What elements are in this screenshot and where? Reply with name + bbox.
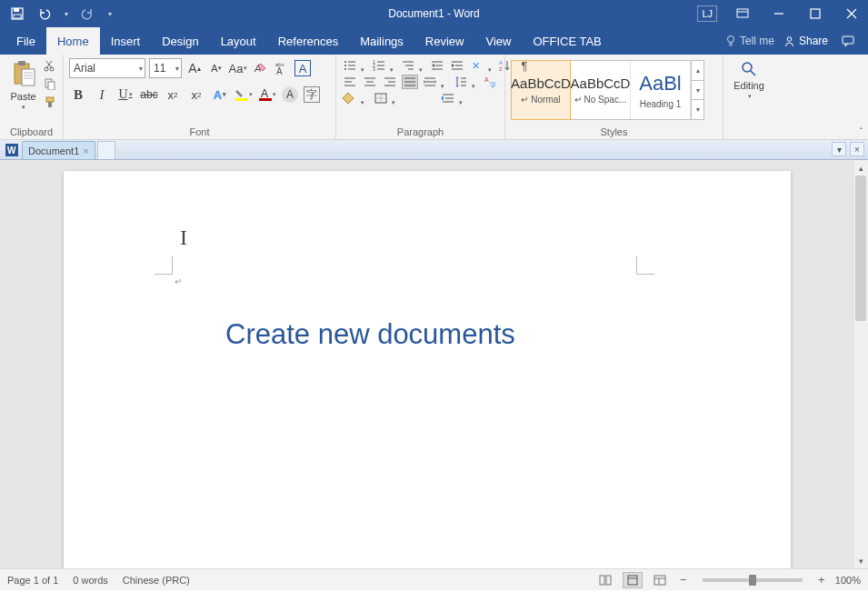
tab-mailings[interactable]: Mailings [349,27,414,55]
vertical-scrollbar[interactable]: ▴ ▾ [853,160,868,568]
svg-text:A: A [276,66,283,75]
shading-icon[interactable] [342,91,358,105]
multilevel-list-icon[interactable] [400,58,416,73]
share-button[interactable]: Share [783,35,828,47]
style-no-spacing[interactable]: AaBbCcD ↵ No Spac... [571,61,631,119]
redo-icon[interactable] [78,0,98,27]
paste-button[interactable]: Paste ▾ [5,58,41,113]
snap-to-grid-icon[interactable] [440,91,456,105]
align-left-icon[interactable] [342,75,358,89]
shrink-font-icon[interactable]: A▾ [207,59,225,77]
show-hide-marks-icon[interactable]: ¶ [516,58,533,73]
group-editing: Editing ▾ [723,55,774,140]
justify-icon[interactable] [402,75,418,89]
zoom-handle[interactable] [749,575,756,586]
clear-formatting-icon[interactable]: A [251,59,269,77]
undo-icon[interactable] [35,0,55,27]
tab-insert[interactable]: Insert [100,27,152,55]
font-size-combo[interactable]: 11▾ [149,58,182,78]
zoom-in-button[interactable]: + [815,573,828,587]
bold-button[interactable]: B [69,85,87,104]
sort-icon[interactable]: AZ [496,58,513,73]
document-canvas[interactable]: I ↵ Create new documents [0,160,853,568]
line-spacing-icon[interactable] [453,75,469,89]
cut-icon[interactable] [43,58,57,73]
scroll-up-icon[interactable]: ▴ [853,160,868,176]
style-heading-1[interactable]: AaBl Heading 1 [631,61,691,119]
style-scroll-down-icon[interactable]: ▾ [692,81,703,101]
text-effects-icon[interactable]: A▾ [211,85,229,104]
maximize-icon[interactable] [799,0,832,27]
minimize-icon[interactable] [763,0,795,27]
new-tab-button[interactable] [97,141,115,159]
numbering-icon[interactable]: 123 [371,58,387,73]
font-color-icon[interactable]: A▾ [258,85,276,104]
tab-view[interactable]: View [474,27,522,55]
tell-me-search[interactable]: Tell me [725,35,774,47]
font-size-value: 11 [154,62,165,75]
align-center-icon[interactable] [362,75,378,89]
increase-indent-icon[interactable] [449,58,465,73]
scroll-down-icon[interactable]: ▾ [853,553,868,568]
print-layout-icon[interactable] [623,572,643,588]
zoom-level[interactable]: 100% [835,575,861,586]
close-icon[interactable] [835,0,868,27]
borders-icon[interactable] [373,91,389,105]
document-heading[interactable]: Create new documents [225,318,515,351]
change-case-icon[interactable]: Aa▾ [229,59,247,77]
collapse-ribbon-icon[interactable]: ˆ [860,127,863,137]
bullets-icon[interactable] [342,58,358,73]
web-layout-icon[interactable] [650,572,670,588]
user-initials[interactable]: LJ [697,5,717,22]
enclose-character-icon[interactable]: 字 [304,86,320,103]
tab-design[interactable]: Design [151,27,209,55]
style-scroll-up-icon[interactable]: ▴ [692,61,703,81]
read-mode-icon[interactable] [595,572,615,588]
underline-button[interactable]: U▾ [116,85,135,104]
document-tab-close-icon[interactable]: × [83,145,88,156]
qat-customize-icon[interactable]: ▾ [105,0,115,27]
scroll-thumb[interactable] [855,176,866,321]
phonetic-guide-icon[interactable]: abcA [273,59,291,77]
page[interactable]: I ↵ Create new documents [64,171,791,568]
subscript-button[interactable]: x2 [164,85,182,104]
word-app-icon: W [5,144,18,156]
format-painter-icon[interactable] [43,95,57,109]
save-icon[interactable] [7,0,27,27]
zoom-out-button[interactable]: − [677,573,690,587]
tab-office-tab[interactable]: OFFICE TAB [522,27,612,55]
grow-font-icon[interactable]: A▴ [185,59,204,77]
status-language[interactable]: Chinese (PRC) [123,575,190,586]
tab-file[interactable]: File [5,27,46,55]
comments-icon[interactable] [837,27,859,55]
highlight-icon[interactable]: ▾ [234,85,253,104]
az-sort-icon[interactable]: A字 [482,75,498,89]
distributed-icon[interactable] [422,75,438,89]
tab-references[interactable]: References [267,27,349,55]
align-right-icon[interactable] [382,75,398,89]
tab-menu-icon[interactable]: ▾ [832,142,846,156]
italic-button[interactable]: I [93,85,111,104]
asian-layout-icon[interactable]: ✕ [469,58,485,73]
decrease-indent-icon[interactable] [429,58,445,73]
tab-review[interactable]: Review [414,27,475,55]
group-font: Arial▾ 11▾ A▴ A▾ Aa▾ A abcA A B I U▾ abc… [64,55,336,140]
character-shading-icon[interactable]: A [282,86,298,103]
zoom-slider[interactable] [703,578,803,582]
tab-home[interactable]: Home [46,27,100,55]
tab-close-all-icon[interactable]: × [850,142,864,156]
character-border-icon[interactable]: A [294,60,311,76]
undo-dropdown-icon[interactable]: ▾ [62,0,71,27]
document-tab[interactable]: Document1 × [22,141,95,159]
font-name-combo[interactable]: Arial▾ [69,58,145,78]
svg-rect-15 [18,61,25,65]
copy-icon[interactable] [43,76,57,91]
ribbon-display-icon[interactable] [726,0,759,27]
superscript-button[interactable]: x2 [187,85,205,104]
tab-layout[interactable]: Layout [210,27,267,55]
style-expand-icon[interactable]: ▾ [692,100,703,119]
editing-button[interactable]: Editing ▾ [731,58,767,102]
status-words[interactable]: 0 words [73,575,108,586]
status-page[interactable]: Page 1 of 1 [7,575,58,586]
strikethrough-button[interactable]: abc [140,85,158,104]
